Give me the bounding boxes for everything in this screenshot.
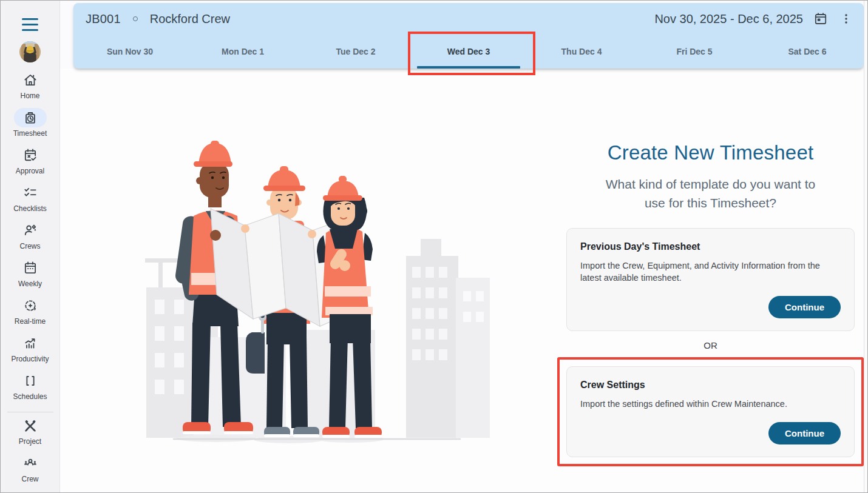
card-description: Import the settings defined within Crew … <box>580 398 841 410</box>
brackets-icon <box>14 371 47 391</box>
tab-tue-dec-2[interactable]: Tue Dec 2 <box>299 35 412 69</box>
sidebar-label: Crew <box>21 475 38 483</box>
sidebar-item-approval[interactable]: Approval <box>1 146 59 183</box>
punch-clock-icon <box>14 108 47 127</box>
job-code: JB001 <box>86 12 121 26</box>
or-divider: OR <box>566 340 855 350</box>
annotation-box-crew-settings: Crew Settings Import the settings define… <box>557 357 864 466</box>
sidebar-label: Productivity <box>11 355 49 363</box>
calendar-icon <box>14 258 47 278</box>
page-title: Create New Timesheet <box>566 141 855 164</box>
calendar-picker-icon[interactable] <box>813 11 829 27</box>
card-previous-day-timesheet: Previous Day's Timesheet Import the Crew… <box>566 228 855 331</box>
continue-button-previous-day[interactable]: Continue <box>768 296 841 318</box>
card-description: Import the Crew, Equipment, and Activity… <box>580 260 841 284</box>
tab-sun-nov-30[interactable]: Sun Nov 30 <box>73 35 186 69</box>
sidebar-item-project[interactable]: Project <box>1 416 59 454</box>
avatar[interactable] <box>19 41 41 62</box>
home-icon <box>14 70 47 90</box>
timesheet-header: JB001 Rockford Crew Nov 30, 2025 - Dec 6… <box>73 3 864 69</box>
date-range: Nov 30, 2025 - Dec 6, 2025 <box>654 12 803 26</box>
sidebar-item-weekly[interactable]: Weekly <box>1 258 59 296</box>
sidebar-divider <box>7 412 53 412</box>
tab-wed-dec-3[interactable]: Wed Dec 3 <box>412 35 525 69</box>
sidebar-item-timesheet[interactable]: Timesheet <box>1 108 59 146</box>
person-gear-icon <box>14 221 47 240</box>
content-area: Create New Timesheet What kind of templa… <box>60 69 864 492</box>
sidebar-item-schedules[interactable]: Schedules <box>1 371 59 409</box>
card-title: Previous Day's Timesheet <box>580 241 841 252</box>
sidebar-item-crews[interactable]: Crews <box>1 221 59 258</box>
crew-name: Rockford Crew <box>150 12 230 26</box>
kebab-menu-icon[interactable] <box>838 11 854 27</box>
sidebar-label: Timesheet <box>13 129 47 138</box>
sidebar-item-home[interactable]: Home <box>1 70 59 108</box>
sidebar: Home Timesheet Approval Checklists <box>1 1 60 492</box>
app-window: Home Timesheet Approval Checklists <box>0 0 868 493</box>
sidebar-label: Home <box>20 92 39 100</box>
day-tabs: Sun Nov 30 Mon Dec 1 Tue Dec 2 Wed Dec 3… <box>73 35 864 69</box>
sidebar-label: Crews <box>19 242 40 250</box>
sidebar-label: Approval <box>16 167 44 175</box>
tab-thu-dec-4[interactable]: Thu Dec 4 <box>525 35 638 69</box>
calendar-approve-icon <box>14 146 47 165</box>
page-subtitle: What kind of template do you want to use… <box>598 175 823 212</box>
menu-hamburger-icon[interactable] <box>22 18 39 31</box>
realtime-sync-icon <box>14 296 47 315</box>
sidebar-nav: Home Timesheet Approval Checklists <box>1 70 59 491</box>
people-group-icon <box>14 454 47 473</box>
tab-sat-dec-6[interactable]: Sat Dec 6 <box>751 35 864 69</box>
sidebar-item-realtime[interactable]: Real-time <box>1 296 59 334</box>
tab-fri-dec-5[interactable]: Fri Dec 5 <box>638 35 751 69</box>
selected-tab-indicator <box>417 66 520 69</box>
create-timesheet-panel: Create New Timesheet What kind of templa… <box>566 141 855 466</box>
tab-mon-dec-1[interactable]: Mon Dec 1 <box>186 35 299 69</box>
sidebar-item-productivity[interactable]: Productivity <box>1 334 59 371</box>
continue-button-crew-settings[interactable]: Continue <box>768 422 841 444</box>
sidebar-label: Schedules <box>13 392 47 401</box>
card-crew-settings: Crew Settings Import the settings define… <box>566 366 855 457</box>
insights-icon <box>14 334 47 353</box>
sidebar-item-crew[interactable]: Crew <box>1 454 59 491</box>
sidebar-label: Project <box>19 437 41 446</box>
sidebar-item-checklists[interactable]: Checklists <box>1 183 59 221</box>
sidebar-label: Real-time <box>15 317 46 326</box>
sidebar-label: Weekly <box>18 280 42 288</box>
sidebar-label: Checklists <box>13 204 47 213</box>
card-title: Crew Settings <box>580 380 841 391</box>
main-area: JB001 Rockford Crew Nov 30, 2025 - Dec 6… <box>60 1 867 492</box>
separator-circle-icon <box>133 16 138 21</box>
crossed-tools-icon <box>14 416 47 435</box>
checklist-icon <box>14 183 47 203</box>
scrollbar[interactable] <box>864 1 867 492</box>
construction-crew-illustration <box>140 137 492 452</box>
